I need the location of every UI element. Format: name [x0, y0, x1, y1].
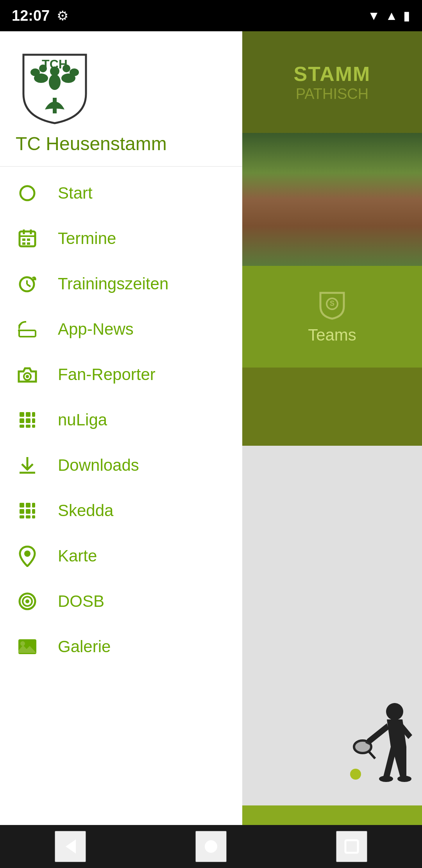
- svg-point-10: [20, 186, 34, 200]
- svg-point-53: [20, 641, 25, 646]
- status-left: 12:07 ⚙: [12, 7, 68, 24]
- svg-rect-39: [26, 503, 30, 508]
- svg-rect-43: [32, 509, 35, 514]
- camera-icon: [16, 363, 39, 386]
- rp-text-stamm: STAMM: [294, 62, 371, 86]
- calendar-icon: [16, 227, 39, 250]
- sidebar-item-label: Downloads: [58, 456, 139, 475]
- svg-line-21: [27, 284, 30, 287]
- svg-rect-16: [27, 239, 30, 241]
- sidebar-item-label: Galerie: [58, 637, 111, 656]
- svg-point-26: [26, 375, 29, 378]
- club-logo: TCH: [16, 47, 94, 125]
- signal-icon: ▲: [385, 9, 398, 23]
- sidebar-item-label: App-News: [58, 320, 134, 339]
- svg-rect-18: [27, 242, 30, 245]
- sidebar-item-label: Trainingszeiten: [58, 274, 168, 293]
- status-right: ▼ ▲ ▮: [368, 8, 410, 23]
- svg-point-7: [70, 68, 79, 76]
- svg-rect-17: [22, 242, 25, 245]
- sidebar-item-label: Karte: [58, 547, 97, 565]
- status-bar: 12:07 ⚙ ▼ ▲ ▮: [0, 0, 422, 31]
- main-area: TCH: [0, 31, 422, 837]
- svg-rect-35: [32, 425, 35, 428]
- sidebar-item-dosb[interactable]: DOSB: [0, 579, 242, 624]
- rp-court: [242, 133, 422, 266]
- svg-point-60: [379, 776, 393, 782]
- rp-teams[interactable]: S Teams: [242, 266, 422, 368]
- svg-rect-46: [32, 515, 35, 518]
- svg-rect-45: [26, 515, 30, 518]
- settings-icon[interactable]: ⚙: [57, 8, 68, 23]
- svg-point-8: [63, 65, 70, 72]
- sidebar-item-karte[interactable]: Karte: [0, 533, 242, 579]
- svg-rect-32: [32, 418, 35, 423]
- svg-point-56: [386, 703, 403, 720]
- image-icon: [16, 635, 39, 658]
- svg-point-64: [205, 840, 217, 853]
- grid2-icon: [16, 499, 39, 522]
- sidebar-item-label: Skedda: [58, 501, 113, 520]
- svg-rect-29: [32, 412, 35, 417]
- svg-rect-42: [26, 509, 30, 514]
- svg-rect-23: [19, 330, 36, 337]
- wifi-icon: ▼: [368, 9, 380, 23]
- shield-icon: S: [316, 289, 348, 322]
- svg-line-59: [368, 751, 375, 759]
- circle-icon: [16, 181, 39, 205]
- svg-rect-38: [20, 503, 24, 508]
- svg-marker-63: [66, 839, 76, 854]
- svg-rect-40: [32, 503, 35, 508]
- rp-dark-section: [242, 368, 422, 446]
- sidebar-item-label: DOSB: [58, 592, 104, 611]
- sidebar-item-app-news[interactable]: App-News: [0, 307, 242, 352]
- sidebar-item-start[interactable]: Start: [0, 170, 242, 216]
- svg-rect-33: [20, 425, 24, 428]
- cast-icon: [16, 317, 39, 341]
- right-panel: STAMM PATHISCH S Teams: [242, 31, 422, 837]
- location-pin-icon: [16, 544, 39, 568]
- drawer-header: TCH: [0, 31, 242, 167]
- svg-rect-27: [20, 412, 24, 417]
- sidebar-item-label: Fan-Reporter: [58, 365, 156, 384]
- sidebar-item-trainingszeiten[interactable]: Trainingszeiten: [0, 261, 242, 307]
- drawer-nav: Start Termine: [0, 167, 242, 837]
- battery-icon: ▮: [403, 8, 410, 23]
- svg-rect-15: [22, 239, 25, 241]
- home-button[interactable]: [195, 831, 227, 862]
- download-icon: [16, 454, 39, 477]
- sidebar-item-label: Start: [58, 184, 93, 203]
- teams-label: Teams: [308, 326, 356, 344]
- sidebar-item-skedda[interactable]: Skedda: [0, 488, 242, 533]
- sidebar-item-label: nuLiga: [58, 411, 107, 429]
- sidebar-item-fan-reporter[interactable]: Fan-Reporter: [0, 352, 242, 397]
- svg-rect-30: [20, 418, 24, 423]
- svg-rect-65: [345, 840, 358, 853]
- back-button[interactable]: [55, 831, 86, 862]
- svg-text:S: S: [330, 299, 334, 307]
- svg-point-4: [30, 68, 40, 76]
- sidebar-item-nuliga[interactable]: nuLiga: [0, 397, 242, 443]
- svg-rect-34: [26, 425, 30, 428]
- svg-point-61: [397, 776, 411, 782]
- overview-button[interactable]: [336, 831, 367, 862]
- svg-rect-28: [26, 412, 30, 417]
- svg-rect-44: [20, 515, 24, 518]
- clock-refresh-icon: [16, 272, 39, 296]
- sidebar-item-label: Termine: [58, 229, 116, 248]
- sidebar-item-termine[interactable]: Termine: [0, 216, 242, 261]
- sidebar-item-downloads[interactable]: Downloads: [0, 443, 242, 488]
- navigation-drawer: TCH: [0, 31, 242, 837]
- status-time: 12:07: [12, 7, 50, 24]
- sidebar-item-galerie[interactable]: Galerie: [0, 624, 242, 669]
- svg-point-9: [50, 66, 59, 76]
- navigation-bar: [0, 825, 422, 868]
- svg-point-50: [25, 599, 29, 603]
- svg-point-5: [39, 65, 47, 72]
- rp-player-section: [242, 446, 422, 805]
- svg-rect-31: [26, 418, 30, 423]
- grid-icon: [16, 408, 39, 432]
- svg-rect-41: [20, 509, 24, 514]
- rp-header: STAMM PATHISCH: [242, 31, 422, 133]
- club-name: TC Heusenstamm: [16, 133, 227, 158]
